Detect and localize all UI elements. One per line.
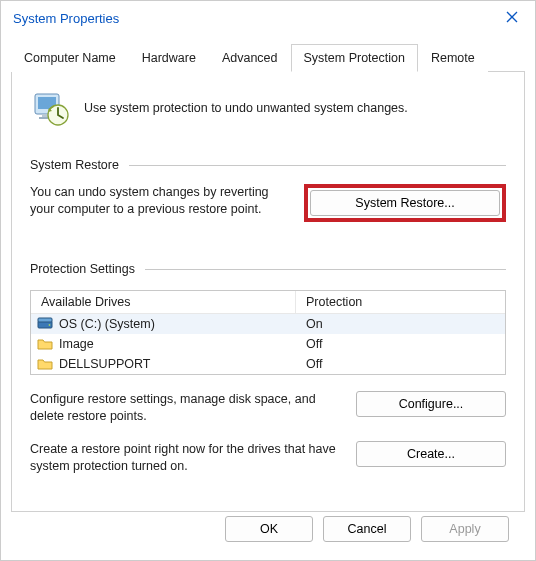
section-protection-header: Protection Settings bbox=[30, 262, 506, 276]
window-title: System Properties bbox=[13, 11, 119, 26]
svg-point-7 bbox=[49, 324, 51, 326]
drive-name-label: OS (C:) (System) bbox=[59, 317, 155, 331]
intro-row: Use system protection to undo unwanted s… bbox=[30, 88, 506, 128]
disk-icon bbox=[37, 317, 53, 331]
drive-row[interactable]: OS (C:) (System) On bbox=[31, 314, 505, 334]
create-row: Create a restore point right now for the… bbox=[30, 441, 506, 475]
configure-button[interactable]: Configure... bbox=[356, 391, 506, 417]
section-system-restore-header: System Restore bbox=[30, 158, 506, 172]
drive-name-label: DELLSUPPORT bbox=[59, 357, 150, 371]
tab-strip: Computer Name Hardware Advanced System P… bbox=[11, 43, 525, 72]
create-button[interactable]: Create... bbox=[356, 441, 506, 467]
close-icon bbox=[506, 9, 518, 27]
drive-row[interactable]: Image Off bbox=[31, 334, 505, 354]
tab-advanced[interactable]: Advanced bbox=[209, 44, 291, 72]
svg-rect-6 bbox=[38, 318, 52, 322]
drive-name-label: Image bbox=[59, 337, 94, 351]
system-properties-window: System Properties Computer Name Hardware… bbox=[0, 0, 536, 561]
drive-protection-label: Off bbox=[296, 336, 505, 352]
tab-computer-name[interactable]: Computer Name bbox=[11, 44, 129, 72]
section-title-protection: Protection Settings bbox=[30, 262, 135, 276]
section-title-restore: System Restore bbox=[30, 158, 119, 172]
system-restore-text: You can undo system changes by reverting… bbox=[30, 184, 290, 218]
drives-header-row: Available Drives Protection bbox=[31, 291, 505, 314]
intro-text: Use system protection to undo unwanted s… bbox=[84, 101, 408, 115]
drives-table: Available Drives Protection OS (C:) (Sys… bbox=[30, 290, 506, 375]
col-protection[interactable]: Protection bbox=[296, 291, 505, 313]
highlight-box: System Restore... bbox=[304, 184, 506, 222]
folder-icon bbox=[37, 337, 53, 351]
system-protection-icon bbox=[30, 88, 70, 128]
drive-protection-label: On bbox=[296, 316, 505, 332]
ok-button[interactable]: OK bbox=[225, 516, 313, 542]
folder-icon bbox=[37, 357, 53, 371]
tab-system-protection[interactable]: System Protection bbox=[291, 44, 418, 72]
dialog-button-row: OK Cancel Apply bbox=[11, 512, 525, 546]
tab-hardware[interactable]: Hardware bbox=[129, 44, 209, 72]
divider bbox=[129, 165, 506, 166]
divider bbox=[145, 269, 506, 270]
configure-text: Configure restore settings, manage disk … bbox=[30, 391, 342, 425]
system-restore-button[interactable]: System Restore... bbox=[310, 190, 500, 216]
tab-remote[interactable]: Remote bbox=[418, 44, 488, 72]
drive-protection-label: Off bbox=[296, 356, 505, 372]
col-available-drives[interactable]: Available Drives bbox=[31, 291, 296, 313]
titlebar: System Properties bbox=[1, 1, 535, 35]
content-area: Computer Name Hardware Advanced System P… bbox=[1, 35, 535, 560]
close-button[interactable] bbox=[489, 1, 535, 35]
create-text: Create a restore point right now for the… bbox=[30, 441, 342, 475]
cancel-button[interactable]: Cancel bbox=[323, 516, 411, 542]
apply-button: Apply bbox=[421, 516, 509, 542]
configure-row: Configure restore settings, manage disk … bbox=[30, 391, 506, 425]
drive-row[interactable]: DELLSUPPORT Off bbox=[31, 354, 505, 374]
system-restore-row: You can undo system changes by reverting… bbox=[30, 184, 506, 222]
tab-panel: Use system protection to undo unwanted s… bbox=[11, 72, 525, 512]
